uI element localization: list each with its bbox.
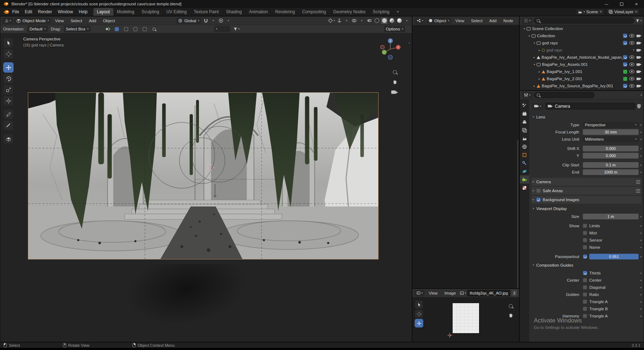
animate-dot[interactable] [640, 139, 641, 140]
golden-triangle-a-toggle[interactable]: Triangle A [583, 300, 639, 304]
tab-texture-properties[interactable] [520, 184, 529, 192]
disable-render-icon[interactable] [636, 56, 641, 59]
transform-tool[interactable] [3, 96, 14, 106]
harmony-triangle-a-checkbox[interactable] [583, 314, 587, 318]
background-images-checkbox[interactable] [536, 198, 541, 202]
tool-search-button[interactable] [151, 26, 157, 32]
unlink-scene-icon[interactable]: ✕ [599, 10, 602, 14]
annotate-tool[interactable] [3, 109, 14, 120]
editor-type-button[interactable]: ▾ [414, 290, 425, 296]
pivot-point-dropdown[interactable]: ▾ [328, 18, 335, 24]
overlays-dropdown[interactable]: ▾ [358, 18, 365, 24]
navigation-gizmo[interactable]: Z X [379, 38, 402, 60]
zoom-view-button[interactable] [506, 302, 515, 310]
scrollbar[interactable] [517, 140, 518, 288]
workspace-tab-uv-editing[interactable]: UV Editing [163, 8, 190, 16]
center-toggle[interactable]: Center [583, 278, 639, 282]
outliner-row-scene-collection[interactable]: ▾ Scene Collection [520, 25, 644, 32]
zoom-view-button[interactable] [390, 68, 399, 76]
exclude-checkbox[interactable] [623, 41, 627, 45]
editor-type-button[interactable]: ▾ [2, 18, 13, 24]
hide-viewport-icon[interactable] [629, 41, 634, 45]
sidebar-collapse-icon[interactable]: ‹ [409, 40, 410, 45]
chevron-down-icon[interactable]: ▾ [640, 94, 642, 97]
menu-window[interactable]: Window [55, 9, 76, 14]
exclude-checkbox[interactable] [623, 34, 627, 38]
expand-icon[interactable]: ▸ [537, 70, 542, 73]
hide-viewport-icon[interactable] [629, 55, 634, 59]
add-cube-tool[interactable] [3, 134, 14, 144]
browse-camera-data-dropdown[interactable]: ▾ [532, 103, 543, 110]
mist-checkbox[interactable] [583, 231, 587, 235]
outliner-search-input[interactable] [534, 18, 634, 24]
view-layer-selector[interactable]: ViewLayer ✕ [606, 9, 640, 15]
shading-rendered-button[interactable] [396, 18, 402, 24]
select-box-tool[interactable] [415, 300, 423, 309]
node-menu-view[interactable]: View [453, 19, 467, 23]
tab-object-properties[interactable] [520, 151, 529, 159]
outliner-row-ivy-1[interactable]: ▸ BagaPie_Ivy_1.001 [520, 68, 644, 75]
pan-view-button[interactable] [390, 78, 399, 86]
editor-type-button[interactable]: ▾ [522, 18, 533, 24]
expand-icon[interactable]: ▾ [532, 63, 537, 66]
safe-areas-checkbox[interactable] [536, 189, 541, 193]
name-toggle[interactable]: Name [583, 245, 639, 249]
harmony-triangle-a-toggle[interactable]: Triangle A [583, 314, 639, 318]
mist-toggle[interactable]: Mist [583, 231, 639, 235]
properties-editor[interactable]: ▾ ▾ ▾ [519, 91, 644, 342]
properties-search-input[interactable] [534, 92, 595, 98]
tab-output-properties[interactable] [520, 118, 529, 126]
tab-tool-settings[interactable] [520, 101, 529, 110]
animate-dot[interactable] [640, 287, 641, 288]
workspace-tab-scripting[interactable]: Scripting [369, 8, 393, 16]
exclude-checkbox[interactable] [623, 55, 627, 59]
expand-icon[interactable]: ▾ [522, 27, 527, 30]
tab-view-layer-properties[interactable] [520, 126, 529, 134]
unlink-view-layer-icon[interactable]: ✕ [635, 10, 638, 14]
tab-scene-properties[interactable] [520, 134, 529, 142]
expand-icon[interactable]: ▸ [532, 84, 537, 88]
outliner-filter-button[interactable]: ▾ [635, 18, 642, 24]
options-dropdown[interactable]: Options ▾ [384, 26, 405, 32]
exclude-checkbox[interactable] [623, 84, 627, 88]
camera-view-button[interactable] [390, 88, 399, 96]
workspace-tab-rendering[interactable]: Rendering [272, 8, 298, 16]
outliner[interactable]: ▾ ▾ ▾ Scene Collection ▾ Collection ▾ go… [519, 16, 644, 91]
shift-y-field[interactable]: 0.000 [583, 153, 639, 159]
tab-constraints-properties[interactable] [520, 159, 529, 167]
shading-wireframe-button[interactable] [374, 18, 380, 24]
proportional-editing-button[interactable] [218, 18, 224, 24]
workspace-tab-texture-paint[interactable]: Texture Paint [190, 8, 223, 16]
outliner-row-collection[interactable]: ▾ Collection [520, 32, 644, 39]
fake-user-icon[interactable] [637, 104, 641, 108]
pan-view-button[interactable] [506, 311, 515, 320]
panel-composition-guides[interactable]: ▾Composition Guides [531, 261, 641, 269]
animate-dot[interactable] [640, 256, 641, 257]
outliner-row-ivy-source[interactable]: ▸ BagaPie_Ivy_Source_BagaPie_Ivy.001 [520, 82, 644, 89]
scene-selector[interactable]: ▾ Scene ✕ [576, 9, 604, 15]
node-menu-add[interactable]: Add [486, 19, 499, 23]
animate-dot[interactable] [640, 280, 641, 281]
workspace-tab-compositing[interactable]: Compositing [298, 8, 330, 16]
animate-dot[interactable] [640, 308, 641, 310]
expand-icon[interactable]: ▾ [532, 42, 537, 45]
disable-render-icon[interactable] [636, 34, 641, 38]
golden-ratio-toggle[interactable]: Ratio [583, 292, 639, 297]
viewport-menu-object[interactable]: Object [100, 19, 118, 23]
outliner-row-ivy-2[interactable]: ▸ BagaPie_Ivy_2.001 [520, 75, 644, 82]
panel-viewport-display[interactable]: ▾Viewport Display [531, 205, 641, 213]
hide-viewport-icon[interactable] [629, 84, 634, 88]
toggle-xray-button[interactable] [366, 18, 372, 24]
animate-dot[interactable] [640, 316, 641, 317]
passepartout-checkbox[interactable] [583, 254, 587, 259]
diagonal-checkbox[interactable] [583, 285, 587, 290]
passepartout-slider[interactable]: 0.951 [589, 254, 639, 259]
tab-physics-properties[interactable] [520, 167, 529, 175]
shift-x-field[interactable]: 0.000 [583, 146, 639, 151]
expand-icon[interactable]: ▾ [527, 34, 532, 38]
snap-settings-dropdown[interactable]: ▾ [210, 18, 216, 24]
menu-file[interactable]: File [9, 9, 22, 14]
cursor-tool[interactable] [415, 310, 423, 318]
node-canvas[interactable] [413, 25, 519, 288]
image-name-field[interactable]: thzldg2qx_4K_AO.jpg [467, 290, 510, 296]
